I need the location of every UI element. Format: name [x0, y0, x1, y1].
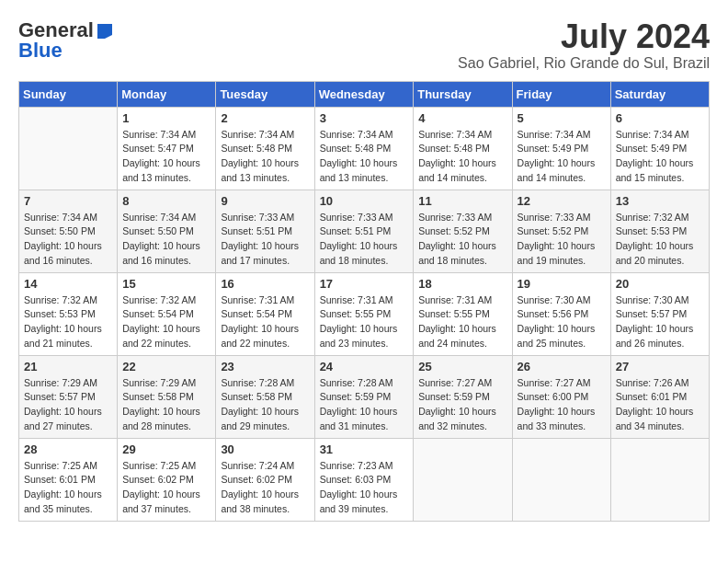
- day-info: Sunrise: 7:25 AMSunset: 6:02 PMDaylight:…: [122, 459, 210, 517]
- calendar-cell: 25Sunrise: 7:27 AMSunset: 5:59 PMDayligh…: [414, 355, 512, 438]
- calendar-cell: 15Sunrise: 7:32 AMSunset: 5:54 PMDayligh…: [118, 272, 216, 355]
- calendar-cell: 7Sunrise: 7:34 AMSunset: 5:50 PMDaylight…: [19, 190, 118, 272]
- day-number: 21: [24, 360, 112, 373]
- calendar-cell: 16Sunrise: 7:31 AMSunset: 5:54 PMDayligh…: [216, 272, 314, 355]
- calendar-cell: 21Sunrise: 7:29 AMSunset: 5:57 PMDayligh…: [19, 355, 118, 438]
- day-number: 1: [122, 111, 210, 125]
- calendar-week-row: 14Sunrise: 7:32 AMSunset: 5:53 PMDayligh…: [19, 272, 710, 355]
- location: Sao Gabriel, Rio Grande do Sul, Brazil: [458, 55, 710, 72]
- calendar-cell: 24Sunrise: 7:28 AMSunset: 5:59 PMDayligh…: [314, 355, 414, 438]
- day-info: Sunrise: 7:34 AMSunset: 5:49 PMDaylight:…: [616, 128, 704, 186]
- calendar-cell: 31Sunrise: 7:23 AMSunset: 6:03 PMDayligh…: [314, 438, 414, 521]
- day-info: Sunrise: 7:24 AMSunset: 6:02 PMDaylight:…: [221, 459, 309, 517]
- day-info: Sunrise: 7:33 AMSunset: 5:51 PMDaylight:…: [320, 211, 409, 269]
- month-year: July 2024: [458, 18, 710, 55]
- day-number: 30: [221, 442, 309, 456]
- day-info: Sunrise: 7:31 AMSunset: 5:54 PMDaylight:…: [221, 293, 309, 351]
- calendar-cell: 12Sunrise: 7:33 AMSunset: 5:52 PMDayligh…: [512, 190, 610, 272]
- day-number: 31: [320, 442, 409, 456]
- day-number: 11: [418, 194, 506, 208]
- day-info: Sunrise: 7:30 AMSunset: 5:57 PMDaylight:…: [616, 293, 704, 351]
- logo-blue: Blue: [18, 39, 63, 63]
- col-saturday: Saturday: [610, 81, 709, 107]
- day-info: Sunrise: 7:31 AMSunset: 5:55 PMDaylight:…: [418, 293, 506, 351]
- day-info: Sunrise: 7:34 AMSunset: 5:49 PMDaylight:…: [518, 128, 606, 186]
- calendar-week-row: 21Sunrise: 7:29 AMSunset: 5:57 PMDayligh…: [19, 355, 710, 438]
- header: General Blue July 2024 Sao Gabriel, Rio …: [18, 18, 710, 72]
- day-number: 25: [418, 360, 506, 373]
- calendar-cell: 6Sunrise: 7:34 AMSunset: 5:49 PMDaylight…: [610, 107, 709, 190]
- day-number: 29: [122, 442, 210, 456]
- day-info: Sunrise: 7:23 AMSunset: 6:03 PMDaylight:…: [320, 459, 409, 517]
- day-info: Sunrise: 7:34 AMSunset: 5:50 PMDaylight:…: [24, 211, 112, 269]
- day-info: Sunrise: 7:33 AMSunset: 5:51 PMDaylight:…: [221, 211, 309, 269]
- day-info: Sunrise: 7:27 AMSunset: 5:59 PMDaylight:…: [418, 376, 506, 434]
- calendar-cell: [414, 438, 512, 521]
- day-number: 17: [320, 277, 409, 291]
- calendar-cell: 5Sunrise: 7:34 AMSunset: 5:49 PMDaylight…: [512, 107, 610, 190]
- calendar-cell: [610, 438, 709, 521]
- calendar-cell: 23Sunrise: 7:28 AMSunset: 5:58 PMDayligh…: [216, 355, 314, 438]
- calendar-cell: 2Sunrise: 7:34 AMSunset: 5:48 PMDaylight…: [216, 107, 314, 190]
- col-thursday: Thursday: [414, 81, 512, 107]
- day-info: Sunrise: 7:34 AMSunset: 5:48 PMDaylight:…: [418, 128, 506, 186]
- day-number: 20: [616, 277, 704, 291]
- day-number: 5: [518, 111, 606, 125]
- day-info: Sunrise: 7:31 AMSunset: 5:55 PMDaylight:…: [320, 293, 409, 351]
- col-wednesday: Wednesday: [314, 81, 414, 107]
- calendar-table: Sunday Monday Tuesday Wednesday Thursday…: [18, 81, 710, 522]
- day-info: Sunrise: 7:28 AMSunset: 5:58 PMDaylight:…: [221, 376, 309, 434]
- calendar-cell: 18Sunrise: 7:31 AMSunset: 5:55 PMDayligh…: [414, 272, 512, 355]
- day-number: 6: [616, 111, 704, 125]
- calendar-week-row: 28Sunrise: 7:25 AMSunset: 6:01 PMDayligh…: [19, 438, 710, 521]
- day-number: 3: [320, 111, 409, 125]
- day-number: 26: [518, 360, 606, 373]
- day-number: 22: [122, 360, 210, 373]
- svg-marker-0: [97, 24, 112, 39]
- calendar-cell: 17Sunrise: 7:31 AMSunset: 5:55 PMDayligh…: [314, 272, 414, 355]
- logo: General Blue: [18, 18, 112, 63]
- day-number: 10: [320, 194, 409, 208]
- calendar-cell: 27Sunrise: 7:26 AMSunset: 6:01 PMDayligh…: [610, 355, 709, 438]
- day-info: Sunrise: 7:33 AMSunset: 5:52 PMDaylight:…: [418, 211, 506, 269]
- day-number: 13: [616, 194, 704, 208]
- day-info: Sunrise: 7:34 AMSunset: 5:50 PMDaylight:…: [122, 211, 210, 269]
- day-number: 14: [24, 277, 112, 291]
- day-info: Sunrise: 7:29 AMSunset: 5:58 PMDaylight:…: [122, 376, 210, 434]
- day-info: Sunrise: 7:30 AMSunset: 5:56 PMDaylight:…: [518, 293, 606, 351]
- calendar-cell: 9Sunrise: 7:33 AMSunset: 5:51 PMDaylight…: [216, 190, 314, 272]
- logo-triangle-icon: [96, 22, 112, 39]
- day-number: 27: [616, 360, 704, 373]
- day-number: 24: [320, 360, 409, 373]
- calendar-cell: 1Sunrise: 7:34 AMSunset: 5:47 PMDaylight…: [118, 107, 216, 190]
- day-number: 28: [24, 442, 112, 456]
- calendar-cell: 28Sunrise: 7:25 AMSunset: 6:01 PMDayligh…: [19, 438, 118, 521]
- day-number: 12: [518, 194, 606, 208]
- col-sunday: Sunday: [19, 81, 118, 107]
- calendar-cell: 22Sunrise: 7:29 AMSunset: 5:58 PMDayligh…: [118, 355, 216, 438]
- col-tuesday: Tuesday: [216, 81, 314, 107]
- day-number: 9: [221, 194, 309, 208]
- day-number: 4: [418, 111, 506, 125]
- day-info: Sunrise: 7:26 AMSunset: 6:01 PMDaylight:…: [616, 376, 704, 434]
- day-info: Sunrise: 7:34 AMSunset: 5:48 PMDaylight:…: [320, 128, 409, 186]
- day-number: 18: [418, 277, 506, 291]
- calendar-cell: 30Sunrise: 7:24 AMSunset: 6:02 PMDayligh…: [216, 438, 314, 521]
- day-number: 8: [122, 194, 210, 208]
- day-number: 2: [221, 111, 309, 125]
- calendar-cell: 26Sunrise: 7:27 AMSunset: 6:00 PMDayligh…: [512, 355, 610, 438]
- calendar-week-row: 7Sunrise: 7:34 AMSunset: 5:50 PMDaylight…: [19, 190, 710, 272]
- calendar-header-row: Sunday Monday Tuesday Wednesday Thursday…: [19, 81, 710, 107]
- day-number: 7: [24, 194, 112, 208]
- day-info: Sunrise: 7:32 AMSunset: 5:53 PMDaylight:…: [24, 293, 112, 351]
- calendar-cell: 14Sunrise: 7:32 AMSunset: 5:53 PMDayligh…: [19, 272, 118, 355]
- day-info: Sunrise: 7:27 AMSunset: 6:00 PMDaylight:…: [518, 376, 606, 434]
- day-number: 23: [221, 360, 309, 373]
- day-info: Sunrise: 7:28 AMSunset: 5:59 PMDaylight:…: [320, 376, 409, 434]
- day-number: 19: [518, 277, 606, 291]
- day-number: 16: [221, 277, 309, 291]
- calendar-cell: 4Sunrise: 7:34 AMSunset: 5:48 PMDaylight…: [414, 107, 512, 190]
- col-friday: Friday: [512, 81, 610, 107]
- day-info: Sunrise: 7:34 AMSunset: 5:47 PMDaylight:…: [122, 128, 210, 186]
- day-info: Sunrise: 7:33 AMSunset: 5:52 PMDaylight:…: [518, 211, 606, 269]
